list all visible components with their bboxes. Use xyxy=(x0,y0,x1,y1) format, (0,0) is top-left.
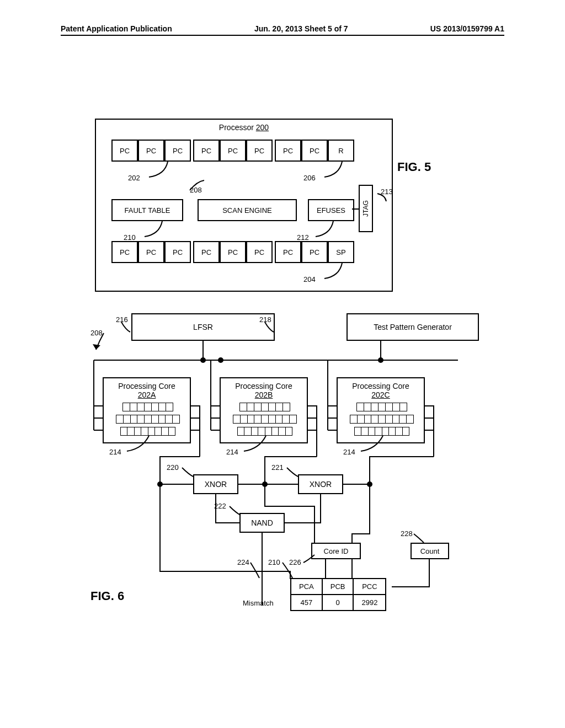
fig6-core-a: Processing Core 202A xyxy=(103,377,191,443)
scan-chain-icon xyxy=(239,403,290,411)
fig5-bot-cell: PC xyxy=(164,241,191,263)
ref-204: 204 xyxy=(303,275,316,283)
fig5-top-cell: PC xyxy=(275,140,301,162)
scan-chain-icon xyxy=(237,427,292,436)
header-mid: Jun. 20, 2013 Sheet 5 of 7 xyxy=(254,24,348,33)
fig5-top-cell: PC xyxy=(193,140,220,162)
tbl-val: 2992 xyxy=(353,595,386,611)
svg-point-9 xyxy=(378,357,383,363)
fig5-top-cell: PC xyxy=(220,140,246,162)
ref-214b: 214 xyxy=(226,448,238,456)
fig5-top-cell: PC xyxy=(301,140,328,162)
ref-210: 210 xyxy=(268,558,280,566)
fig5-fault-table: FAULT TABLE xyxy=(111,199,183,221)
ref-210: 210 xyxy=(124,233,136,242)
svg-point-19 xyxy=(367,481,372,487)
fig5-bot-cell: PC xyxy=(138,241,164,263)
fig6-xnor-1: XNOR xyxy=(193,474,238,494)
fig5-top-cell: PC xyxy=(246,140,273,162)
fig6-container: LFSR Test Pattern Generator Processing C… xyxy=(83,313,502,644)
fig5-top-cell: PC xyxy=(138,140,164,162)
ref-216: 216 xyxy=(116,315,128,324)
fig6-tpg: Test Pattern Generator xyxy=(347,313,479,341)
tbl-hdr: PCA xyxy=(291,579,322,595)
svg-point-16 xyxy=(157,481,163,487)
ref-206: 206 xyxy=(303,174,316,182)
fig5-efuses: EFUSES xyxy=(308,199,354,221)
fig6-label: FIG. 6 xyxy=(90,589,124,603)
ref-202: 202 xyxy=(128,174,140,182)
fig5-bot-cell: PC xyxy=(246,241,273,263)
ref-208: 208 xyxy=(90,329,103,337)
tbl-hdr: PCB xyxy=(322,579,354,595)
fig5-top-cell: R xyxy=(328,140,354,162)
fig5-scan-engine: SCAN ENGINE xyxy=(198,199,297,221)
fig5-bot-cell: SP xyxy=(328,241,354,263)
fig5-processor-outline: Processor 200 PC PC PC PC PC PC PC PC R … xyxy=(95,119,393,292)
header-rule xyxy=(61,35,504,36)
ref-226: 226 xyxy=(289,558,301,566)
fig5-bot-cell: PC xyxy=(301,241,328,263)
fig5-bot-cell: PC xyxy=(193,241,220,263)
fig6-count: Count xyxy=(411,543,449,559)
fig6-nand: NAND xyxy=(239,513,285,533)
scan-chain-icon xyxy=(120,427,175,436)
fig6-coreid: Core ID xyxy=(311,543,361,559)
fig5-bot-cell: PC xyxy=(220,241,246,263)
ref-214c: 214 xyxy=(343,448,355,456)
fig6-core-c: Processing Core 202C xyxy=(337,377,425,443)
ref-221: 221 xyxy=(271,463,284,472)
scan-chain-icon xyxy=(356,403,407,411)
fig5-label: FIG. 5 xyxy=(397,160,431,174)
scan-chain-icon xyxy=(354,427,409,436)
tbl-hdr: PCC xyxy=(353,579,386,595)
fig5-top-cell: PC xyxy=(111,140,138,162)
header-right: US 2013/0159799 A1 xyxy=(430,24,504,33)
fig5-jtag: JTAG xyxy=(359,185,373,232)
header-left: Patent Application Publication xyxy=(61,24,172,33)
svg-point-7 xyxy=(200,357,206,363)
ref-214a: 214 xyxy=(109,448,121,456)
ref-213: 213 xyxy=(381,188,393,196)
fig5-bot-cell: PC xyxy=(111,241,138,263)
fig5-bot-cell: PC xyxy=(275,241,301,263)
fig6-lfsr: LFSR xyxy=(131,313,275,341)
fig6-xnor-2: XNOR xyxy=(298,474,343,494)
scan-chain-icon xyxy=(122,403,173,411)
fig6-fault-table: PCA PCB PCC 457 0 2992 xyxy=(290,578,386,611)
fig5-top-cell: PC xyxy=(164,140,191,162)
ref-212: 212 xyxy=(297,233,309,242)
svg-point-18 xyxy=(262,481,268,487)
svg-point-8 xyxy=(218,357,223,363)
fig5-processor-title: Processor 200 xyxy=(96,123,392,132)
ref-224: 224 xyxy=(237,558,249,566)
fig6-mismatch-label: Mismatch xyxy=(243,599,274,607)
tbl-val: 0 xyxy=(322,595,354,611)
ref-222: 222 xyxy=(214,502,226,510)
scan-chain-icon xyxy=(233,415,297,424)
fig6-core-b: Processing Core 202B xyxy=(220,377,308,443)
ref-228: 228 xyxy=(401,529,413,538)
scan-chain-icon xyxy=(350,415,414,424)
tbl-val: 457 xyxy=(291,595,322,611)
svg-marker-23 xyxy=(93,344,100,350)
ref-208: 208 xyxy=(190,186,202,194)
ref-220: 220 xyxy=(167,463,179,472)
scan-chain-icon xyxy=(116,415,180,424)
ref-218: 218 xyxy=(259,315,271,324)
